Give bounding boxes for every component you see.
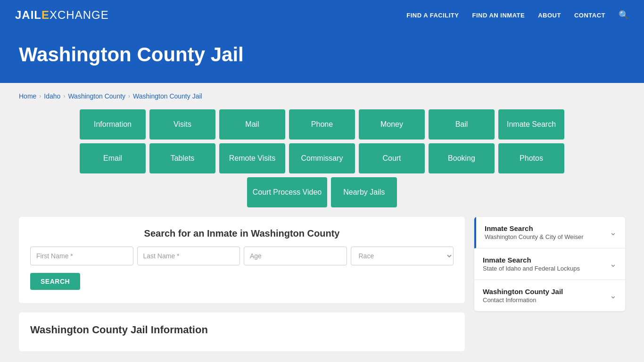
sidebar-item-title-2: Inmate Search	[483, 256, 580, 264]
last-name-input[interactable]	[137, 247, 240, 265]
btn-tablets[interactable]: Tablets	[149, 143, 215, 173]
nav-about[interactable]: ABOUT	[538, 11, 561, 19]
chevron-down-icon-3: ⌄	[610, 290, 617, 301]
sidebar-item-left-2: Inmate Search State of Idaho and Federal…	[483, 256, 580, 272]
sidebar-item-inmate-search-state[interactable]: Inmate Search State of Idaho and Federal…	[474, 248, 625, 280]
grid-row-1: Information Visits Mail Phone Money Bail…	[80, 109, 564, 140]
nav-find-inmate[interactable]: FIND AN INMATE	[472, 11, 525, 19]
grid-row-3: Court Process Video Nearby Jails	[247, 177, 397, 207]
btn-email[interactable]: Email	[80, 143, 146, 173]
page-title: Washington County Jail	[19, 43, 625, 66]
sidebar-item-contact-info[interactable]: Washington County Jail Contact Informati…	[474, 280, 625, 311]
navigation-button-grid: Information Visits Mail Phone Money Bail…	[19, 109, 625, 207]
btn-bail[interactable]: Bail	[429, 109, 495, 140]
sidebar: Inmate Search Washington County & City o…	[474, 217, 625, 311]
breadcrumb-sep-3: ›	[128, 93, 130, 99]
btn-money[interactable]: Money	[359, 109, 425, 140]
chevron-down-icon-1: ⌄	[610, 227, 617, 238]
content-columns: Search for an Inmate in Washington Count…	[19, 217, 625, 351]
breadcrumb-washington-county[interactable]: Washington County	[68, 92, 125, 100]
sidebar-item-inmate-search-county[interactable]: Inmate Search Washington County & City o…	[474, 217, 625, 248]
breadcrumb-sep-1: ›	[39, 93, 41, 99]
search-title: Search for an Inmate in Washington Count…	[30, 228, 454, 239]
nav-search-icon[interactable]: 🔍	[619, 10, 629, 20]
logo-jail-text: JAIL	[15, 8, 41, 21]
btn-remote-visits[interactable]: Remote Visits	[219, 143, 285, 173]
logo-ex-text: E	[41, 8, 50, 21]
jail-info-title: Washington County Jail Information	[30, 324, 454, 336]
jail-info-section: Washington County Jail Information	[19, 313, 465, 351]
sidebar-item-sub-1: Washington County & City of Weiser	[485, 233, 584, 240]
first-name-input[interactable]	[30, 247, 133, 265]
search-icon[interactable]: 🔍	[619, 10, 629, 20]
logo-xchange-text: XCHANGE	[50, 8, 109, 21]
breadcrumb-home[interactable]: Home	[19, 92, 36, 100]
btn-court[interactable]: Court	[359, 143, 425, 173]
main-column: Search for an Inmate in Washington Count…	[19, 217, 465, 351]
breadcrumb-washington-county-jail[interactable]: Washington County Jail	[133, 92, 202, 100]
hero-section: Washington County Jail	[0, 30, 644, 83]
sidebar-item-sub-2: State of Idaho and Federal Lockups	[483, 265, 580, 272]
sidebar-item-sub-3: Contact Information	[483, 296, 563, 304]
breadcrumb-sep-2: ›	[63, 93, 65, 99]
navbar: JAILEXCHANGE FIND A FACILITY FIND AN INM…	[0, 0, 644, 30]
breadcrumb: Home › Idaho › Washington County › Washi…	[19, 92, 625, 100]
btn-commissary[interactable]: Commissary	[289, 143, 355, 173]
site-logo[interactable]: JAILEXCHANGE	[15, 8, 109, 22]
chevron-down-icon-2: ⌄	[610, 259, 617, 269]
main-area: Home › Idaho › Washington County › Washi…	[0, 83, 644, 361]
inmate-search-box: Search for an Inmate in Washington Count…	[19, 217, 465, 303]
btn-mail[interactable]: Mail	[219, 109, 285, 140]
search-button[interactable]: SEARCH	[30, 273, 80, 290]
btn-visits[interactable]: Visits	[149, 109, 215, 140]
sidebar-item-title-3: Washington County Jail	[483, 288, 563, 296]
btn-inmate-search[interactable]: Inmate Search	[498, 109, 564, 140]
race-select[interactable]: Race	[351, 247, 454, 265]
grid-row-2: Email Tablets Remote Visits Commissary C…	[80, 143, 564, 173]
breadcrumb-idaho[interactable]: Idaho	[44, 92, 60, 100]
age-input[interactable]	[244, 247, 347, 265]
btn-court-process-video[interactable]: Court Process Video	[247, 177, 327, 207]
btn-nearby-jails[interactable]: Nearby Jails	[331, 177, 397, 207]
sidebar-item-title-1: Inmate Search	[485, 224, 584, 232]
sidebar-item-left-3: Washington County Jail Contact Informati…	[483, 288, 563, 304]
search-fields: Race	[30, 247, 454, 265]
btn-booking[interactable]: Booking	[429, 143, 495, 173]
nav-find-facility[interactable]: FIND A FACILITY	[406, 11, 459, 19]
sidebar-card: Inmate Search Washington County & City o…	[474, 217, 625, 311]
btn-phone[interactable]: Phone	[289, 109, 355, 140]
btn-information[interactable]: Information	[80, 109, 146, 140]
navbar-nav: FIND A FACILITY FIND AN INMATE ABOUT CON…	[406, 10, 629, 20]
sidebar-item-left-1: Inmate Search Washington County & City o…	[485, 224, 584, 240]
nav-contact[interactable]: CONTACT	[574, 11, 605, 19]
btn-photos[interactable]: Photos	[498, 143, 564, 173]
